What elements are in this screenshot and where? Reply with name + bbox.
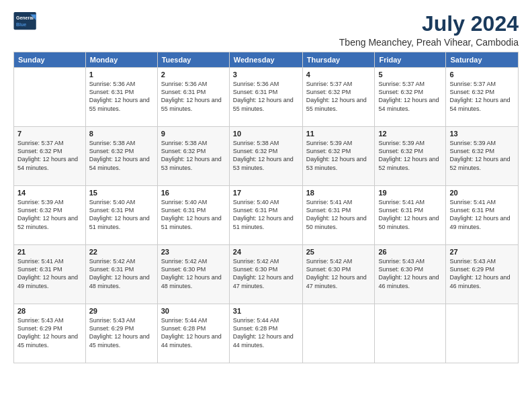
header-saturday: Saturday	[446, 52, 519, 68]
logo-icon: General Blue	[13, 12, 38, 31]
table-row: 3Sunrise: 5:36 AMSunset: 6:31 PMDaylight…	[229, 68, 302, 127]
day-number: 30	[161, 307, 226, 315]
day-number: 19	[378, 189, 442, 197]
table-row: 16Sunrise: 5:40 AMSunset: 6:31 PMDayligh…	[157, 186, 229, 245]
table-row	[375, 304, 446, 363]
day-number: 11	[306, 130, 371, 138]
calendar-week-row: 28Sunrise: 5:43 AMSunset: 6:29 PMDayligh…	[14, 304, 519, 363]
header-wednesday: Wednesday	[229, 52, 302, 68]
day-info: Sunrise: 5:40 AMSunset: 6:31 PMDaylight:…	[161, 198, 226, 231]
day-number: 6	[449, 71, 515, 79]
table-row	[446, 304, 519, 363]
day-info: Sunrise: 5:41 AMSunset: 6:31 PMDaylight:…	[449, 198, 515, 231]
table-row: 14Sunrise: 5:39 AMSunset: 6:32 PMDayligh…	[14, 186, 86, 245]
header-thursday: Thursday	[302, 52, 375, 68]
day-info: Sunrise: 5:39 AMSunset: 6:32 PMDaylight:…	[17, 198, 82, 231]
calendar-week-row: 1Sunrise: 5:36 AMSunset: 6:31 PMDaylight…	[14, 68, 519, 127]
table-row	[14, 68, 86, 127]
day-info: Sunrise: 5:40 AMSunset: 6:31 PMDaylight:…	[233, 198, 299, 231]
table-row: 6Sunrise: 5:37 AMSunset: 6:32 PMDaylight…	[446, 68, 519, 127]
day-number: 15	[89, 189, 154, 197]
table-row: 30Sunrise: 5:44 AMSunset: 6:28 PMDayligh…	[157, 304, 229, 363]
day-info: Sunrise: 5:37 AMSunset: 6:32 PMDaylight:…	[378, 80, 442, 113]
day-info: Sunrise: 5:37 AMSunset: 6:32 PMDaylight:…	[17, 139, 82, 172]
day-number: 9	[161, 130, 226, 138]
table-row: 10Sunrise: 5:38 AMSunset: 6:32 PMDayligh…	[229, 127, 302, 186]
table-row: 1Sunrise: 5:36 AMSunset: 6:31 PMDaylight…	[85, 68, 157, 127]
table-row: 4Sunrise: 5:37 AMSunset: 6:32 PMDaylight…	[302, 68, 375, 127]
title-area: July 2024 Tbeng Meanchey, Preah Vihear, …	[339, 12, 519, 48]
table-row: 8Sunrise: 5:38 AMSunset: 6:32 PMDaylight…	[85, 127, 157, 186]
day-number: 16	[161, 189, 226, 197]
day-info: Sunrise: 5:42 AMSunset: 6:31 PMDaylight:…	[89, 257, 154, 290]
table-row: 12Sunrise: 5:39 AMSunset: 6:32 PMDayligh…	[375, 127, 446, 186]
day-number: 3	[233, 71, 299, 79]
day-info: Sunrise: 5:39 AMSunset: 6:32 PMDaylight:…	[449, 139, 515, 172]
header-sunday: Sunday	[14, 52, 86, 68]
day-number: 18	[306, 189, 371, 197]
table-row: 21Sunrise: 5:41 AMSunset: 6:31 PMDayligh…	[14, 245, 86, 304]
header: General Blue July 2024 Tbeng Meanchey, P…	[13, 12, 519, 48]
day-info: Sunrise: 5:36 AMSunset: 6:31 PMDaylight:…	[89, 80, 154, 113]
day-number: 14	[17, 189, 82, 197]
day-number: 31	[233, 307, 299, 315]
day-info: Sunrise: 5:44 AMSunset: 6:28 PMDaylight:…	[161, 316, 226, 349]
table-row: 22Sunrise: 5:42 AMSunset: 6:31 PMDayligh…	[85, 245, 157, 304]
day-info: Sunrise: 5:38 AMSunset: 6:32 PMDaylight:…	[161, 139, 226, 172]
day-info: Sunrise: 5:43 AMSunset: 6:30 PMDaylight:…	[378, 257, 442, 290]
day-number: 26	[378, 248, 442, 256]
day-number: 22	[89, 248, 154, 256]
table-row: 28Sunrise: 5:43 AMSunset: 6:29 PMDayligh…	[14, 304, 86, 363]
table-row: 17Sunrise: 5:40 AMSunset: 6:31 PMDayligh…	[229, 186, 302, 245]
day-number: 20	[449, 189, 515, 197]
table-row: 2Sunrise: 5:36 AMSunset: 6:31 PMDaylight…	[157, 68, 229, 127]
day-info: Sunrise: 5:42 AMSunset: 6:30 PMDaylight:…	[306, 257, 371, 290]
calendar-week-row: 14Sunrise: 5:39 AMSunset: 6:32 PMDayligh…	[14, 186, 519, 245]
page: General Blue July 2024 Tbeng Meanchey, P…	[0, 0, 532, 411]
header-tuesday: Tuesday	[157, 52, 229, 68]
location-title: Tbeng Meanchey, Preah Vihear, Cambodia	[339, 37, 519, 48]
day-info: Sunrise: 5:36 AMSunset: 6:31 PMDaylight:…	[161, 80, 226, 113]
day-info: Sunrise: 5:41 AMSunset: 6:31 PMDaylight:…	[306, 198, 371, 231]
day-info: Sunrise: 5:36 AMSunset: 6:31 PMDaylight:…	[233, 80, 299, 113]
day-info: Sunrise: 5:40 AMSunset: 6:31 PMDaylight:…	[89, 198, 154, 231]
table-row: 5Sunrise: 5:37 AMSunset: 6:32 PMDaylight…	[375, 68, 446, 127]
svg-text:Blue: Blue	[16, 22, 26, 27]
day-info: Sunrise: 5:41 AMSunset: 6:31 PMDaylight:…	[17, 257, 82, 290]
day-info: Sunrise: 5:43 AMSunset: 6:29 PMDaylight:…	[449, 257, 515, 290]
day-info: Sunrise: 5:42 AMSunset: 6:30 PMDaylight:…	[161, 257, 226, 290]
calendar-table: Sunday Monday Tuesday Wednesday Thursday…	[13, 52, 519, 363]
day-info: Sunrise: 5:39 AMSunset: 6:32 PMDaylight:…	[306, 139, 371, 172]
day-info: Sunrise: 5:39 AMSunset: 6:32 PMDaylight:…	[378, 139, 442, 172]
table-row: 13Sunrise: 5:39 AMSunset: 6:32 PMDayligh…	[446, 127, 519, 186]
day-info: Sunrise: 5:41 AMSunset: 6:31 PMDaylight:…	[378, 198, 442, 231]
day-number: 17	[233, 189, 299, 197]
day-number: 28	[17, 307, 82, 315]
table-row	[302, 304, 375, 363]
table-row: 11Sunrise: 5:39 AMSunset: 6:32 PMDayligh…	[302, 127, 375, 186]
day-info: Sunrise: 5:42 AMSunset: 6:30 PMDaylight:…	[233, 257, 299, 290]
calendar-week-row: 21Sunrise: 5:41 AMSunset: 6:31 PMDayligh…	[14, 245, 519, 304]
day-info: Sunrise: 5:44 AMSunset: 6:28 PMDaylight:…	[233, 316, 299, 349]
header-friday: Friday	[375, 52, 446, 68]
day-info: Sunrise: 5:37 AMSunset: 6:32 PMDaylight:…	[449, 80, 515, 113]
table-row: 31Sunrise: 5:44 AMSunset: 6:28 PMDayligh…	[229, 304, 302, 363]
table-row: 20Sunrise: 5:41 AMSunset: 6:31 PMDayligh…	[446, 186, 519, 245]
table-row: 23Sunrise: 5:42 AMSunset: 6:30 PMDayligh…	[157, 245, 229, 304]
day-number: 4	[306, 71, 371, 79]
day-number: 27	[449, 248, 515, 256]
day-number: 13	[449, 130, 515, 138]
day-number: 10	[233, 130, 299, 138]
day-info: Sunrise: 5:38 AMSunset: 6:32 PMDaylight:…	[89, 139, 154, 172]
calendar-week-row: 7Sunrise: 5:37 AMSunset: 6:32 PMDaylight…	[14, 127, 519, 186]
day-number: 5	[378, 71, 442, 79]
day-number: 8	[89, 130, 154, 138]
day-info: Sunrise: 5:43 AMSunset: 6:29 PMDaylight:…	[89, 316, 154, 349]
day-number: 25	[306, 248, 371, 256]
svg-text:General: General	[16, 15, 34, 20]
table-row: 27Sunrise: 5:43 AMSunset: 6:29 PMDayligh…	[446, 245, 519, 304]
header-monday: Monday	[85, 52, 157, 68]
table-row: 29Sunrise: 5:43 AMSunset: 6:29 PMDayligh…	[85, 304, 157, 363]
table-row: 7Sunrise: 5:37 AMSunset: 6:32 PMDaylight…	[14, 127, 86, 186]
day-number: 24	[233, 248, 299, 256]
